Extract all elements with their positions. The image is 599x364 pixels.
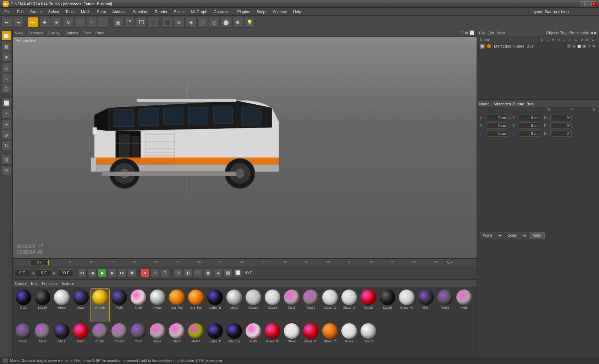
material-item[interactable]: Glass2 bbox=[244, 289, 263, 322]
z-size-input[interactable] bbox=[519, 130, 540, 137]
materials-texture-menu[interactable]: Texture bbox=[61, 281, 74, 286]
transform-mode-select[interactable]: Position Scale Rotate bbox=[505, 232, 528, 239]
material-item[interactable]: Metal bbox=[225, 289, 243, 322]
prev-frame-button[interactable]: ◀ bbox=[88, 269, 97, 277]
light-button[interactable]: ⬤ bbox=[221, 17, 231, 28]
go-to-end-button[interactable]: ⏭ bbox=[118, 269, 126, 277]
window-controls[interactable]: – □ ✕ bbox=[580, 1, 596, 6]
record-button[interactable]: ⏹ bbox=[128, 269, 136, 277]
materials-edit-menu[interactable]: Edit bbox=[31, 281, 38, 286]
material-item[interactable]: Glass_W bbox=[321, 289, 339, 322]
frame-current-input[interactable] bbox=[36, 269, 52, 276]
menu-simulate[interactable]: Simulate bbox=[130, 9, 151, 15]
material-item[interactable]: Cloth bbox=[129, 322, 148, 355]
render-region-button[interactable]: 🎬 bbox=[124, 17, 135, 28]
frame-start-input[interactable] bbox=[14, 269, 30, 276]
material-item[interactable]: Glass bbox=[340, 322, 358, 355]
redo-button[interactable]: ↪ bbox=[13, 17, 24, 28]
timeline-ruler-bar[interactable]: 0 5 10 15 20 25 30 35 40 45 50 55 60 65 … bbox=[48, 260, 440, 265]
polygon-mode-button[interactable]: ▦ bbox=[1, 41, 11, 51]
null-object-button[interactable]: ▦ bbox=[112, 17, 123, 28]
rotate-tool-left-button[interactable]: ↻ bbox=[1, 140, 11, 150]
x-size-input[interactable] bbox=[519, 115, 540, 121]
timeline-btn7[interactable]: ⬜ bbox=[233, 269, 242, 277]
objects-file-menu[interactable]: File bbox=[479, 31, 485, 35]
material-item[interactable]: Hrom bbox=[53, 289, 71, 322]
point-mode-button[interactable]: △ bbox=[1, 62, 11, 72]
render-preview-button[interactable]: 🎥 bbox=[148, 17, 158, 28]
materials-function-menu[interactable]: Function bbox=[42, 281, 57, 286]
lock-button[interactable]: ⊞ bbox=[1, 155, 11, 165]
menu-mesh[interactable]: Mesh bbox=[78, 9, 93, 15]
timeline-btn2[interactable]: ◐ bbox=[184, 269, 192, 277]
material-item[interactable]: Mat15 bbox=[359, 289, 378, 322]
material-item[interactable]: Metal bbox=[148, 289, 167, 322]
material-item[interactable]: Hrom2 bbox=[359, 322, 378, 355]
y-size-input[interactable] bbox=[519, 122, 540, 129]
z-position-input[interactable] bbox=[486, 130, 507, 137]
menu-window[interactable]: Window bbox=[270, 9, 290, 15]
menu-tools[interactable]: Tools bbox=[62, 9, 77, 15]
bulb-button[interactable]: 💡 bbox=[244, 17, 255, 28]
deform-button[interactable]: ⟳ bbox=[174, 17, 185, 28]
material-item[interactable]: Mat1 bbox=[14, 289, 33, 322]
frame-end-input[interactable] bbox=[57, 269, 73, 276]
menu-render[interactable]: Render bbox=[152, 9, 170, 15]
sculpt-tool-button[interactable]: ⌂ bbox=[1, 73, 11, 83]
material-item[interactable]: Mat6 bbox=[148, 322, 167, 355]
x-axis-button[interactable]: ✕ bbox=[75, 17, 85, 28]
material-item[interactable]: Mat9 bbox=[53, 322, 71, 355]
field-button[interactable]: ◈ bbox=[186, 17, 196, 28]
material-item[interactable]: Mat10 bbox=[378, 289, 397, 322]
material-item[interactable]: Mat_Bla bbox=[225, 322, 243, 355]
render-frame-button[interactable]: 🎞 bbox=[136, 17, 147, 28]
viewport-filter-menu[interactable]: Filter bbox=[82, 31, 91, 35]
material-item[interactable]: Skrin bbox=[417, 289, 435, 322]
move-tool-button[interactable]: ✛ bbox=[28, 17, 38, 28]
objects-edit-menu[interactable]: Edit bbox=[488, 31, 494, 35]
menu-sculpt[interactable]: Sculpt bbox=[171, 9, 188, 15]
undo-button[interactable]: ↩ bbox=[1, 17, 12, 28]
camera-button[interactable]: ◎ bbox=[209, 17, 220, 28]
material-item[interactable]: Mat7 bbox=[167, 322, 186, 355]
coordinate-system-select[interactable]: World Object Camera bbox=[480, 232, 503, 239]
material-item[interactable]: Wheels bbox=[91, 289, 109, 322]
add-key-button[interactable]: ⊕ bbox=[174, 269, 182, 277]
object-mode-button[interactable]: ⬤ bbox=[1, 31, 11, 40]
viewport[interactable]: Perspective X Y Z MAXONCINEMA 4D bbox=[13, 37, 477, 258]
p-rot-input[interactable] bbox=[550, 122, 572, 129]
menu-character[interactable]: Character bbox=[211, 9, 233, 15]
apply-button[interactable]: Apply bbox=[529, 232, 545, 239]
spline-button[interactable]: ⬡ bbox=[197, 17, 208, 28]
menu-script[interactable]: Script bbox=[254, 9, 269, 15]
timeline-btn4[interactable]: ◉ bbox=[204, 269, 212, 277]
material-item[interactable]: Mat5 bbox=[129, 289, 148, 322]
viewport-options-menu[interactable]: Options bbox=[65, 31, 78, 35]
help-button[interactable]: ? bbox=[161, 269, 169, 277]
menu-snap[interactable]: Snap bbox=[94, 9, 109, 15]
material-item[interactable]: Cloth2 bbox=[91, 322, 109, 355]
material-item[interactable]: Glass_Ri bbox=[263, 322, 282, 355]
material-item[interactable]: Glass_W bbox=[397, 289, 416, 322]
menu-mograph[interactable]: MoGraph bbox=[188, 9, 210, 15]
object-list-item[interactable]: ◉ Mercedes_Future_Bus ⊙ ◈ ⬜ ◉ ↗ ✕ bbox=[477, 43, 599, 49]
materials-create-menu[interactable]: Create bbox=[15, 281, 27, 286]
hair-button[interactable]: ≋ bbox=[232, 17, 243, 28]
material-item[interactable]: Mat91 bbox=[14, 322, 33, 355]
timeline-btn5[interactable]: ◈ bbox=[214, 269, 222, 277]
material-item[interactable]: Mat6 bbox=[455, 289, 473, 322]
menu-animate[interactable]: Animate bbox=[110, 9, 130, 15]
viewport-view-menu[interactable]: View bbox=[15, 31, 23, 35]
material-item[interactable]: Cloth3 bbox=[110, 322, 128, 355]
cube-button[interactable]: ⬛ bbox=[162, 17, 173, 28]
go-to-start-button[interactable]: ⏮ bbox=[78, 269, 87, 277]
timeline-btn3[interactable]: ⊙ bbox=[194, 269, 202, 277]
timeline-ruler[interactable]: 0 F 0 5 10 15 20 25 30 35 40 45 50 55 60 bbox=[13, 259, 477, 266]
keyframe-button[interactable]: ● bbox=[141, 269, 149, 277]
h-rot-input[interactable] bbox=[550, 115, 572, 121]
x-position-input[interactable] bbox=[486, 115, 507, 121]
menu-file[interactable]: File bbox=[1, 9, 13, 15]
material-item[interactable]: Mat5 bbox=[244, 322, 263, 355]
viewport-cameras-menu[interactable]: Cameras bbox=[28, 31, 44, 35]
material-item[interactable]: Mat91 bbox=[436, 289, 454, 322]
